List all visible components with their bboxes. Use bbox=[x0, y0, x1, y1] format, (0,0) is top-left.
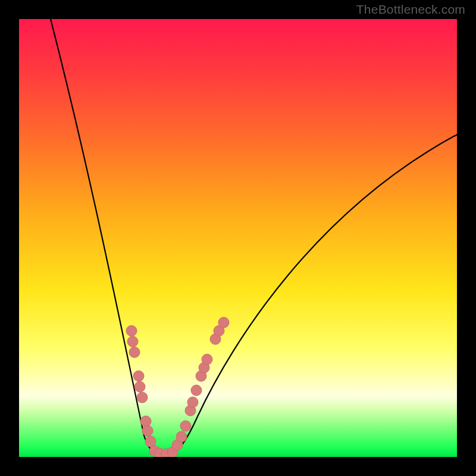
data-marker bbox=[218, 317, 229, 328]
plot-area bbox=[19, 19, 457, 457]
curve-canvas bbox=[19, 19, 457, 457]
curve-right-curve bbox=[169, 133, 457, 454]
data-marker bbox=[142, 425, 153, 436]
data-marker bbox=[176, 431, 187, 442]
watermark-label: TheBottleneck.com bbox=[356, 2, 465, 17]
data-marker bbox=[145, 436, 156, 447]
data-marker bbox=[187, 397, 198, 408]
data-marker bbox=[137, 392, 148, 403]
data-marker bbox=[129, 347, 140, 358]
data-marker bbox=[191, 385, 202, 396]
data-marker bbox=[134, 381, 145, 392]
data-marker bbox=[180, 421, 191, 431]
chart-frame: TheBottleneck.com bbox=[0, 0, 476, 476]
data-marker bbox=[202, 354, 212, 365]
data-marker bbox=[126, 325, 137, 336]
data-marker bbox=[133, 371, 144, 381]
data-marker bbox=[140, 416, 151, 427]
data-marker bbox=[127, 336, 138, 347]
